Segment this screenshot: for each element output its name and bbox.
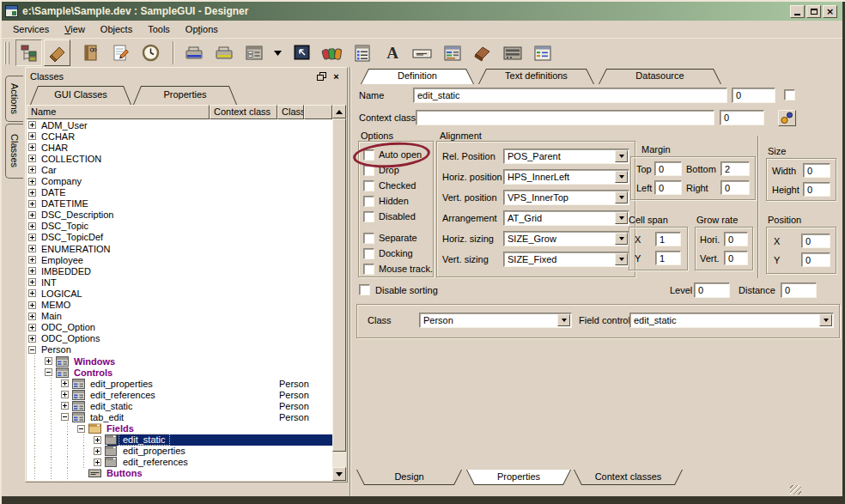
column-context-class[interactable]: Context class	[210, 105, 277, 119]
separate-checkbox[interactable]	[363, 233, 374, 244]
tree-item-label[interactable]: Fields	[103, 423, 137, 434]
tree-item-adm-user[interactable]: ADM_User	[27, 119, 332, 131]
tree-scrollbar[interactable]	[332, 105, 346, 481]
dropdown-button[interactable]	[615, 253, 628, 265]
tree-item-label[interactable]: MEMO	[38, 300, 74, 310]
tree-expander-expanded[interactable]	[27, 344, 38, 355]
screen-link-icon[interactable]	[290, 41, 314, 65]
docking-checkbox[interactable]	[363, 248, 374, 259]
plus-icon[interactable]	[61, 380, 69, 387]
tree-item-buttons[interactable]: Buttons	[27, 468, 332, 479]
tree-item-windows[interactable]: Windows	[27, 355, 332, 367]
tree-item-dsc-topicdef[interactable]: DSC_TopicDef	[27, 232, 332, 243]
tree-expander-collapsed[interactable]	[92, 457, 103, 468]
minus-icon[interactable]	[45, 368, 52, 376]
tree-expander-collapsed[interactable]	[27, 311, 38, 322]
resize-grip[interactable]	[790, 485, 801, 495]
tree-item-label[interactable]: CCHAR	[38, 131, 78, 142]
plus-icon[interactable]	[94, 447, 101, 455]
tab-properties-panel[interactable]: Properties	[133, 86, 237, 105]
tree-expander-collapsed[interactable]	[27, 175, 38, 186]
horiz-position-dropdown[interactable]: HPS_InnerLeft	[503, 169, 629, 185]
plus-icon[interactable]	[61, 402, 69, 410]
tree-item-company[interactable]: Company	[27, 175, 332, 186]
vert-position-dropdown[interactable]: VPS_InnerTop	[503, 190, 629, 205]
name-checkbox[interactable]	[784, 89, 795, 100]
scroll-up-button[interactable]	[332, 105, 346, 118]
scrollbar-thumb[interactable]	[332, 118, 346, 452]
edit-note-icon[interactable]	[109, 41, 133, 65]
tree-item-edit-references[interactable]: edit_referencesPerson	[27, 389, 332, 400]
minus-icon[interactable]	[28, 346, 36, 354]
tree-item-employee[interactable]: Employee	[27, 254, 332, 265]
tab-definition[interactable]: Definition	[361, 69, 474, 84]
class-dropdown-button[interactable]	[557, 314, 570, 326]
menu-options[interactable]: Options	[178, 22, 226, 36]
vert-sizing-dropdown[interactable]: SIZE_Fixed	[503, 252, 629, 267]
plus-icon[interactable]	[28, 278, 36, 286]
drawer-yellow-icon[interactable]	[212, 41, 236, 65]
side-tab-classes[interactable]: Classes	[5, 124, 23, 179]
plus-icon[interactable]	[28, 178, 36, 185]
cell-span-x-input[interactable]: 1	[655, 232, 681, 246]
tree-item-edit-static[interactable]: edit_static	[27, 434, 332, 446]
tree-item-label[interactable]: Company	[38, 176, 85, 186]
float-panel-button[interactable]	[315, 70, 328, 82]
margin-bottom-input[interactable]: 2	[720, 161, 750, 176]
scroll-down-button[interactable]	[332, 467, 346, 481]
font-icon[interactable]: A	[380, 41, 404, 65]
tree-item-logical[interactable]: LOGICAL	[27, 288, 332, 299]
tree-item-label[interactable]: DSC_TopicDef	[38, 232, 106, 242]
tab-gui-classes[interactable]: GUI Classes	[30, 86, 131, 105]
field-control-dropdown-button[interactable]	[819, 314, 832, 326]
side-tab-actions[interactable]: Actions	[5, 76, 23, 122]
form-window-icon[interactable]	[441, 41, 465, 65]
panel-splitter[interactable]	[347, 67, 354, 496]
minus-icon[interactable]	[77, 425, 85, 433]
margin-top-input[interactable]: 0	[654, 161, 682, 176]
menu-objects[interactable]: Objects	[93, 22, 140, 36]
tree-item-label[interactable]: ENUMERATION	[38, 244, 113, 254]
plus-icon[interactable]	[28, 200, 36, 208]
tree-item-edit-properties[interactable]: edit_propertiesPerson	[27, 378, 332, 389]
tree-expander-collapsed[interactable]	[27, 221, 38, 232]
form-list-icon[interactable]	[242, 41, 266, 65]
hierarchy-icon[interactable]	[15, 39, 42, 66]
minus-icon[interactable]	[61, 413, 69, 421]
dialog-icon[interactable]	[531, 41, 555, 65]
tree-item-label[interactable]: DSC_Topic	[38, 221, 92, 231]
tree-expander-collapsed[interactable]	[27, 265, 38, 276]
margin-right-input[interactable]: 0	[720, 180, 750, 195]
mouse-track--checkbox[interactable]	[363, 264, 374, 275]
tree-expander-collapsed[interactable]	[27, 164, 38, 175]
maximize-button[interactable]	[806, 5, 821, 18]
tree-expander-collapsed[interactable]	[27, 209, 38, 221]
tree-item-dsc-topic[interactable]: DSC_Topic	[27, 221, 332, 232]
tree-item-odc-options[interactable]: ODC_Options	[27, 333, 332, 344]
tree-item-label[interactable]: Windows	[70, 356, 119, 367]
dropdown-button[interactable]	[615, 150, 628, 162]
size-height-input[interactable]: 0	[803, 182, 830, 197]
plus-icon[interactable]	[28, 234, 36, 241]
tree-item-label[interactable]: IMBEDDED	[38, 266, 94, 276]
plus-icon[interactable]	[94, 436, 101, 444]
tree-item-controls[interactable]: Controls	[27, 367, 332, 378]
tree-item-fields[interactable]: Fields	[27, 423, 332, 434]
menu-services[interactable]: Services	[5, 22, 57, 36]
tree-item-edit-properties[interactable]: edit_properties	[27, 446, 332, 457]
close-button[interactable]: ×	[823, 5, 837, 18]
menu-tools[interactable]: Tools	[140, 22, 178, 36]
arrangement-dropdown[interactable]: AT_Grid	[503, 210, 629, 226]
disable-sorting-checkbox[interactable]	[359, 284, 370, 295]
toolbar-grip[interactable]	[4, 42, 11, 64]
tree-item-imbedded[interactable]: IMBEDDED	[27, 265, 332, 276]
eraser-brown-icon[interactable]	[471, 41, 495, 65]
dropdown-button[interactable]	[615, 171, 628, 183]
tree-item-label[interactable]: Person	[38, 344, 75, 355]
toolbar-dropdown-arrow[interactable]	[272, 41, 284, 65]
tree-item-label[interactable]: edit_properties	[87, 379, 156, 389]
book-icon[interactable]	[79, 41, 103, 65]
tree-expander-collapsed[interactable]	[27, 243, 38, 254]
tree-item-person[interactable]: Person	[27, 344, 332, 355]
tab-properties[interactable]: Properties	[466, 470, 571, 485]
